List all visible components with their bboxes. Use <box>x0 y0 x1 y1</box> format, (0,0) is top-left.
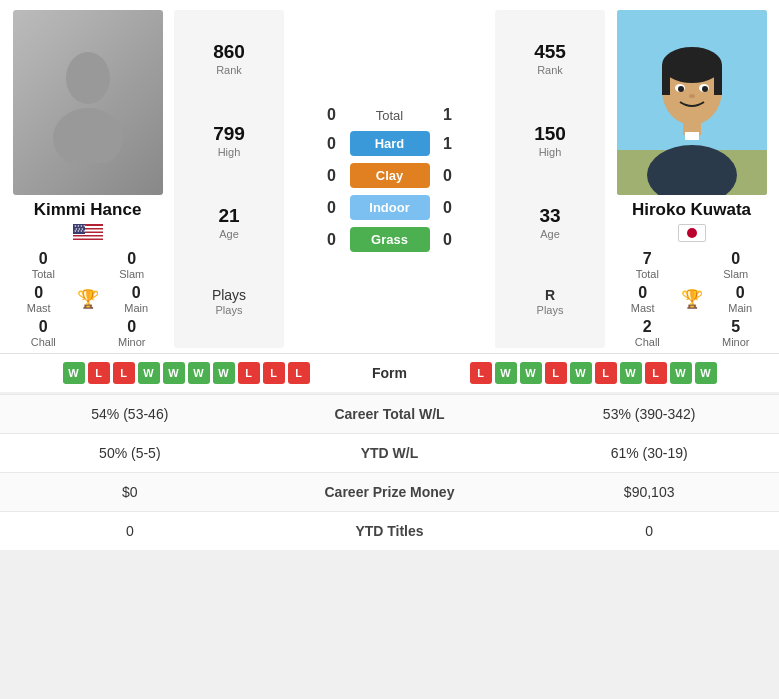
left-form-badge-l: L <box>288 362 310 384</box>
stat-right-2: $90,103 <box>519 473 779 512</box>
left-form-badge-l: L <box>88 362 110 384</box>
left-form-badge-w: W <box>213 362 235 384</box>
right-player-col: Hiroko Kuwata 7 Total 0 Slam <box>609 10 774 348</box>
right-form-badge-l: L <box>470 362 492 384</box>
svg-rect-33 <box>685 132 699 140</box>
left-total-stat: 0 Total <box>5 250 82 280</box>
right-form-badge-w: W <box>620 362 642 384</box>
svg-point-31 <box>702 86 708 92</box>
form-label: Form <box>315 365 465 381</box>
left-form-badge-l: L <box>263 362 285 384</box>
right-form-badge-w: W <box>570 362 592 384</box>
left-form: WLLWWWWLLL <box>10 362 310 384</box>
middle-scores-col: 0 Total 1 0 Hard 1 0 Clay 0 0 Indoor 0 <box>288 10 491 348</box>
indoor-surface-btn: Indoor <box>350 195 430 220</box>
left-chall-stat: 0 Chall <box>5 318 82 348</box>
right-trophy-icon: 🏆 <box>681 288 703 310</box>
stat-left-1: 50% (5-5) <box>0 434 260 473</box>
svg-rect-6 <box>73 237 103 239</box>
right-minor-stat: 5 Minor <box>698 318 775 348</box>
stats-row-3: 0 YTD Titles 0 <box>0 512 779 551</box>
right-player-name: Hiroko Kuwata <box>632 200 751 220</box>
hard-score-row: 0 Hard 1 <box>288 131 491 156</box>
left-age-block: 21 Age <box>218 205 239 241</box>
left-mast-stat: 0 Mast <box>5 284 73 314</box>
right-main-stat: 0 Main <box>707 284 775 314</box>
left-rank-block: 860 Rank <box>213 41 245 77</box>
stat-left-3: 0 <box>0 512 260 551</box>
right-form-badge-w: W <box>520 362 542 384</box>
grass-score-row: 0 Grass 0 <box>288 227 491 252</box>
right-center-col: 455 Rank 150 High 33 Age R Plays <box>495 10 605 348</box>
left-trophy-icon: 🏆 <box>77 288 99 310</box>
left-form-badge-l: L <box>113 362 135 384</box>
right-player-photo <box>617 10 767 195</box>
stat-right-0: 53% (390-342) <box>519 395 779 434</box>
total-score-row: 0 Total 1 <box>288 106 491 124</box>
svg-point-25 <box>662 47 722 83</box>
indoor-score-row: 0 Indoor 0 <box>288 195 491 220</box>
stat-center-2: Career Prize Money <box>260 473 520 512</box>
left-form-badge-w: W <box>188 362 210 384</box>
svg-text:★: ★ <box>82 229 85 233</box>
left-form-badge-l: L <box>238 362 260 384</box>
stats-row-0: 54% (53-46) Career Total W/L 53% (390-34… <box>0 395 779 434</box>
stat-left-2: $0 <box>0 473 260 512</box>
right-form-badge-w: W <box>695 362 717 384</box>
clay-score-row: 0 Clay 0 <box>288 163 491 188</box>
right-form: LWWLWLWLWW <box>470 362 770 384</box>
svg-point-0 <box>66 52 110 104</box>
stat-right-1: 61% (30-19) <box>519 434 779 473</box>
svg-rect-27 <box>714 65 722 95</box>
right-form-badge-l: L <box>645 362 667 384</box>
right-rank-block: 455 Rank <box>534 41 566 77</box>
right-age-block: 33 Age <box>539 205 560 241</box>
left-player-col: Kimmi Hance ★★★★ ★★★ ★★★★ <box>5 10 170 348</box>
svg-rect-26 <box>662 65 670 95</box>
stat-center-0: Career Total W/L <box>260 395 520 434</box>
left-player-photo <box>13 10 163 195</box>
stat-center-1: YTD W/L <box>260 434 520 473</box>
svg-point-1 <box>53 108 123 163</box>
svg-point-30 <box>678 86 684 92</box>
left-form-badge-w: W <box>63 362 85 384</box>
left-form-badge-w: W <box>163 362 185 384</box>
main-container: Kimmi Hance ★★★★ ★★★ ★★★★ <box>0 0 779 550</box>
right-form-badge-w: W <box>495 362 517 384</box>
stats-row-1: 50% (5-5) YTD W/L 61% (30-19) <box>0 434 779 473</box>
form-section: WLLWWWWLLL Form LWWLWLWLWW <box>0 353 779 392</box>
stat-center-3: YTD Titles <box>260 512 520 551</box>
clay-surface-btn: Clay <box>350 163 430 188</box>
left-minor-stat: 0 Minor <box>94 318 171 348</box>
right-chall-stat: 2 Chall <box>609 318 686 348</box>
left-flag: ★★★★ ★★★ ★★★★ <box>73 224 103 242</box>
grass-surface-btn: Grass <box>350 227 430 252</box>
stat-left-0: 54% (53-46) <box>0 395 260 434</box>
left-plays-block: Plays Total Plays <box>212 287 246 317</box>
left-player-name: Kimmi Hance <box>34 200 142 220</box>
left-high-block: 799 High <box>213 123 245 159</box>
svg-rect-7 <box>73 240 103 242</box>
left-main-stat: 0 Main <box>103 284 171 314</box>
right-total-stat: 7 Total <box>609 250 686 280</box>
right-form-badge-l: L <box>595 362 617 384</box>
right-form-badge-l: L <box>545 362 567 384</box>
right-plays-block: R Plays <box>537 287 564 317</box>
left-form-badge-w: W <box>138 362 160 384</box>
right-mast-stat: 0 Mast <box>609 284 677 314</box>
stats-table: 54% (53-46) Career Total W/L 53% (390-34… <box>0 394 779 550</box>
left-slam-stat: 0 Slam <box>94 250 171 280</box>
right-flag <box>678 224 706 242</box>
comparison-section: Kimmi Hance ★★★★ ★★★ ★★★★ <box>0 0 779 353</box>
right-high-block: 150 High <box>534 123 566 159</box>
stat-right-3: 0 <box>519 512 779 551</box>
hard-surface-btn: Hard <box>350 131 430 156</box>
left-center-col: 860 Rank 799 High 21 Age Plays Total Pla… <box>174 10 284 348</box>
right-slam-stat: 0 Slam <box>698 250 775 280</box>
right-form-badge-w: W <box>670 362 692 384</box>
stats-row-2: $0 Career Prize Money $90,103 <box>0 473 779 512</box>
svg-point-32 <box>689 94 695 98</box>
